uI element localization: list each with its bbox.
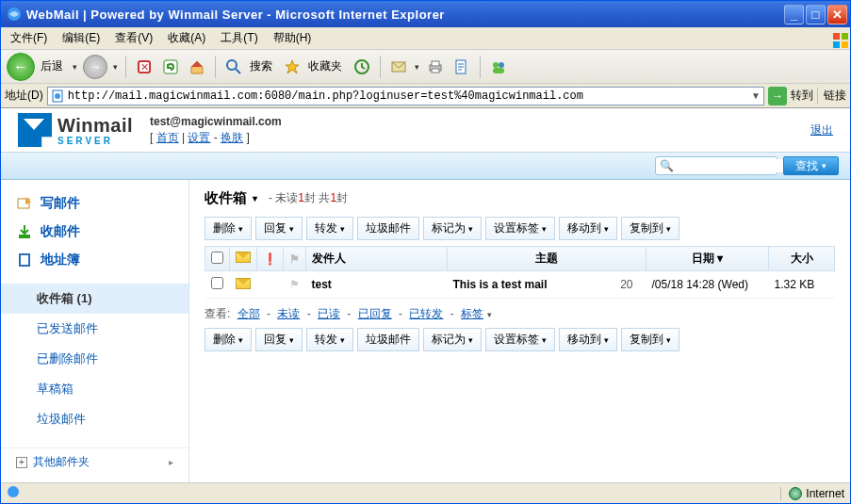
webmail-searchbar: 🔍 查找▾ [1,152,850,180]
back-dropdown-icon[interactable]: ▾ [73,62,77,72]
folder-drafts[interactable]: 草稿箱 [1,374,188,404]
mail-button[interactable] [388,57,409,77]
window-minimize-button[interactable]: _ [784,5,804,24]
logout-link[interactable]: 退出 [810,122,833,138]
btn-markas-b[interactable]: 标记为▾ [423,328,482,351]
svg-point-16 [493,62,499,68]
other-folders[interactable]: + 其他邮件夹 ▸ [1,447,188,476]
menu-tools[interactable]: 工具(T) [215,28,263,48]
btn-copyto-b[interactable]: 复制到▾ [621,328,679,351]
print-button[interactable] [425,57,446,77]
receive-icon [16,223,33,240]
view-filter-row: 查看: 全部 - 未读 - 已读 - 已回复 - 已转发 - 标签▾ [205,306,835,322]
svg-line-9 [236,69,240,73]
folder-trash[interactable]: 已删除邮件 [1,344,188,374]
refresh-button[interactable] [160,57,181,77]
btn-setlabel[interactable]: 设置标签▾ [485,217,555,240]
col-checkbox[interactable] [205,247,230,271]
col-sender[interactable]: 发件人 [306,247,448,271]
col-size[interactable]: 大小 [769,247,835,271]
back-label: 后退 [41,58,63,74]
btn-moveto[interactable]: 移动到▾ [559,217,617,240]
view-replied[interactable]: 已回复 [358,307,392,320]
forward-button[interactable]: → [83,55,107,79]
folder-list: 收件箱 (1) 已发送邮件 已删除邮件 草稿箱 垃圾邮件 [1,284,188,434]
row-checkbox[interactable] [211,277,223,289]
view-all[interactable]: 全部 [237,307,260,320]
col-status-icon[interactable] [230,247,257,271]
link-skin[interactable]: 换肤 [221,131,243,144]
globe-icon [789,487,802,500]
cell-sender: test [306,271,448,299]
search-box[interactable]: 🔍 [655,156,777,175]
view-labels[interactable]: 标签 [461,307,483,320]
window-title: WebMail | Powered by Winmail Server - Mi… [26,8,784,22]
col-date[interactable]: 日期 ▾ [646,247,769,271]
btn-delete-b[interactable]: 删除▾ [205,328,252,351]
btn-setlabel-b[interactable]: 设置标签▾ [485,328,555,351]
sidebar-contacts[interactable]: 地址簿 [1,246,188,274]
mail-dropdown-icon[interactable]: ▾ [415,62,419,72]
url-input[interactable] [68,89,747,103]
mailbox-dropdown-icon[interactable]: ▾ [253,193,257,203]
menu-file[interactable]: 文件(F) [5,28,53,48]
go-button[interactable]: → [768,87,787,106]
messenger-button[interactable] [488,57,509,77]
btn-reply-b[interactable]: 回复▾ [255,328,303,351]
search-button[interactable]: 查找▾ [783,156,839,175]
main-pane: 收件箱 ▾ - 未读1封 共1封 删除▾ 回复▾ 转发▾ 垃圾邮件 标记为▾ 设… [189,180,850,482]
edit-button[interactable] [451,57,472,77]
svg-rect-22 [19,235,30,238]
sidebar-compose[interactable]: 写邮件 [1,189,188,218]
menu-edit[interactable]: 编辑(E) [57,28,106,48]
svg-point-17 [499,62,504,68]
address-field[interactable]: ▼ [47,87,764,106]
btn-forward[interactable]: 转发▾ [306,217,353,240]
col-attachment-icon[interactable]: ❗ [257,247,284,271]
btn-moveto-b[interactable]: 移动到▾ [559,328,617,351]
window-maximize-button[interactable]: □ [806,5,826,24]
btn-copyto[interactable]: 复制到▾ [621,217,679,240]
btn-reply[interactable]: 回复▾ [255,217,303,240]
ie-toolbar: ← 后退 ▾ → ▾ ✕ 搜索 收藏夹 ▾ [1,50,850,84]
menu-help[interactable]: 帮助(H) [268,28,318,48]
menu-favorites[interactable]: 收藏(A) [162,28,211,48]
cell-date: /05/18 14:28 (Wed) [646,271,769,299]
table-row[interactable]: ⚑ test This is a test mail20 /05/18 14:2… [205,271,835,299]
home-button[interactable] [187,57,207,77]
back-button[interactable]: ← [7,53,35,81]
col-flag-icon[interactable]: ⚑ [284,247,306,271]
col-subject[interactable]: 主题 [448,247,646,271]
menu-view[interactable]: 查看(V) [109,28,158,48]
folder-inbox[interactable]: 收件箱 (1) [1,284,188,314]
folder-spam[interactable]: 垃圾邮件 [1,404,188,434]
history-button[interactable] [352,57,372,77]
sidebar-receive[interactable]: 收邮件 [1,218,188,246]
link-home[interactable]: 首页 [156,131,179,144]
btn-markas[interactable]: 标记为▾ [423,217,482,240]
stop-button[interactable]: ✕ [134,57,155,77]
view-forwarded[interactable]: 已转发 [409,307,443,320]
cell-subject: This is a test mail20 [448,271,646,299]
expand-icon: + [16,457,27,468]
svg-rect-14 [432,69,439,73]
link-settings[interactable]: 设置 [188,131,210,144]
search-icon[interactable] [223,57,244,77]
btn-forward-b[interactable]: 转发▾ [306,328,353,351]
address-dropdown-icon[interactable]: ▼ [751,90,761,101]
btn-delete[interactable]: 删除▾ [205,217,252,240]
btn-spam-b[interactable]: 垃圾邮件 [357,328,419,351]
search-label: 搜索 [250,58,272,74]
window-close-button[interactable]: ✕ [827,5,847,24]
forward-dropdown-icon[interactable]: ▾ [113,62,118,72]
favorites-icon[interactable] [282,57,303,77]
mail-table: ❗ ⚑ 发件人 主题 日期 ▾ 大小 ⚑ [205,246,835,299]
status-ie-icon [7,485,20,501]
view-unread[interactable]: 未读 [277,307,300,320]
view-read[interactable]: 已读 [318,307,340,320]
links-label[interactable]: 链接 [817,88,846,104]
ie-statusbar: Internet [1,482,850,503]
envelope-icon [236,252,251,263]
folder-sent[interactable]: 已发送邮件 [1,314,188,344]
btn-spam[interactable]: 垃圾邮件 [357,217,419,240]
